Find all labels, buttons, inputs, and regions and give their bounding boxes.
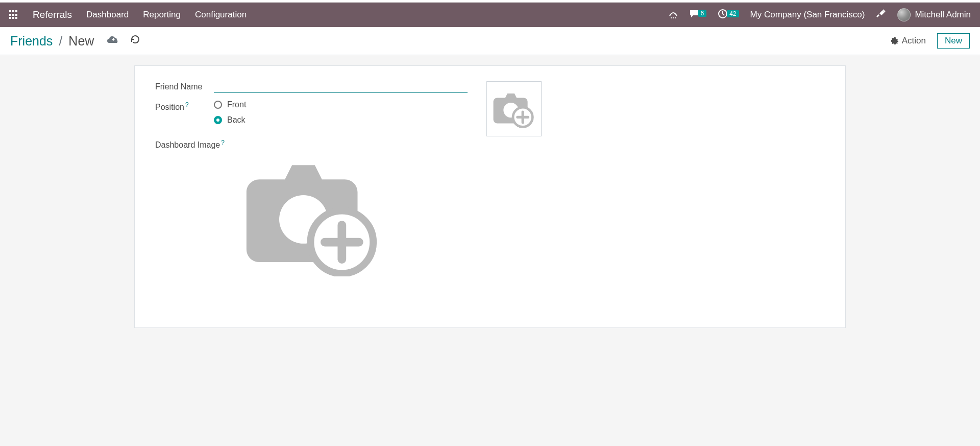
dashboard-image-label: Dashboard Image? [155,139,825,150]
position-front-label: Front [227,100,246,109]
apps-icon[interactable] [9,10,18,19]
form-sheet: Friend Name Position? Front Back [134,65,846,328]
position-help-icon[interactable]: ? [185,101,189,108]
position-back-label: Back [227,115,246,125]
friend-name-input[interactable] [214,80,468,93]
support-icon[interactable] [669,12,678,18]
user-menu[interactable]: Mitchell Admin [897,8,971,21]
radio-icon [214,116,222,124]
messaging-badge: 6 [698,10,707,17]
action-menu[interactable]: Action [891,36,926,46]
position-label: Position? [155,99,214,112]
breadcrumb-root[interactable]: Friends [10,34,53,49]
company-switcher[interactable]: My Company (San Francisco) [750,10,865,20]
activities-badge: 42 [727,10,739,17]
messaging-icon[interactable]: 6 [689,9,707,21]
camera-plus-icon [242,154,385,276]
friend-name-label: Friend Name [155,80,214,91]
avatar [897,8,911,21]
radio-icon [214,101,222,109]
breadcrumb: Friends / New [10,34,94,49]
debug-icon[interactable] [876,9,886,21]
save-cloud-icon[interactable] [107,34,119,48]
new-button[interactable]: New [937,33,970,49]
activities-icon[interactable]: 42 [718,9,739,21]
nav-configuration[interactable]: Configuration [195,10,247,20]
top-navbar: Referrals Dashboard Reporting Configurat… [0,3,980,27]
breadcrumb-sep: / [59,34,62,49]
dashboard-image-help-icon[interactable]: ? [221,139,225,146]
position-option-front[interactable]: Front [214,100,246,109]
user-name: Mitchell Admin [915,10,971,20]
nav-reporting[interactable]: Reporting [143,10,181,20]
gear-icon [891,37,899,45]
discard-icon[interactable] [130,34,141,48]
position-option-back[interactable]: Back [214,115,246,125]
dashboard-image-upload[interactable] [242,154,825,278]
image-upload-small[interactable] [486,81,542,136]
nav-dashboard[interactable]: Dashboard [86,10,129,20]
app-name[interactable]: Referrals [33,9,72,20]
breadcrumb-current: New [68,34,94,49]
action-menu-label: Action [902,36,926,46]
control-panel: Friends / New Action New [0,27,980,55]
camera-plus-icon [492,90,536,128]
